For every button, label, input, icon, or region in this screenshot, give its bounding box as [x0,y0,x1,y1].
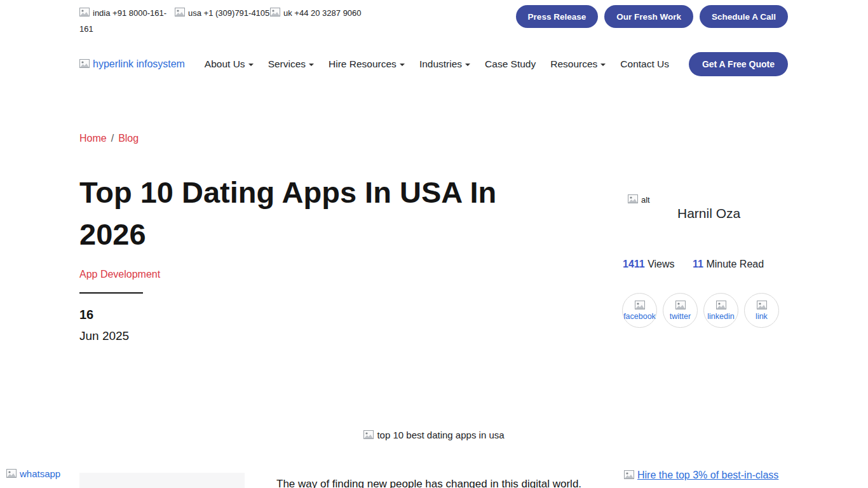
phone-number-usa: +1 (309)791-4105 [204,8,270,18]
article-intro-paragraph: The way of finding new people has change… [276,476,594,488]
category-link[interactable]: App Development [79,269,160,280]
linkedin-share-button[interactable]: linkedin [703,293,738,328]
phone-list: india +91 8000-161-161 usa +1 (309)791-4… [79,5,362,37]
broken-image-icon [270,7,280,17]
press-release-button[interactable]: Press Release [516,5,599,28]
nav-item-hire-resources[interactable]: Hire Resources [329,58,405,70]
logo-alt-text: hyperlink infosystem [93,58,185,69]
usa-flag-icon: usa [175,8,201,18]
top-contact-bar: india +91 8000-161-161 usa +1 (309)791-4… [79,5,788,37]
chevron-down-icon [309,64,314,66]
chevron-down-icon [465,64,470,66]
india-flag-icon: india [79,8,110,18]
hero-image-placeholder: top 10 best dating apps in usa [0,430,868,440]
whatsapp-share-button[interactable]: whatsapp [6,468,60,479]
breadcrumb: Home/Blog [79,133,139,144]
author-avatar-alt: alt [641,195,650,205]
whatsapp-alt: whatsapp [20,468,60,479]
facebook-share-button[interactable]: facebook [622,293,657,328]
nav-item-resources[interactable]: Resources [550,58,606,70]
phone-uk[interactable]: uk +44 20 3287 9060 [270,5,362,21]
twitter-share-button[interactable]: twitter [663,293,698,328]
copy-link-button[interactable]: link [744,293,779,328]
top-buttons: Press Release Our Fresh Work Schedule A … [516,5,788,28]
twitter-icon [675,301,686,311]
facebook-icon [635,301,645,311]
our-fresh-work-button[interactable]: Our Fresh Work [604,5,693,28]
phone-usa[interactable]: usa +1 (309)791-4105 [175,5,270,21]
broken-image-icon [175,7,185,17]
nav-item-case-study[interactable]: Case Study [485,58,536,70]
logo-link[interactable]: hyperlink infosystem [79,58,185,70]
title-divider [79,292,143,294]
views-count: 1411 [623,259,645,269]
publish-date-day: 16 [79,308,129,322]
author-name: Harnil Oza [677,206,740,221]
phone-india[interactable]: india +91 8000-161-161 [79,5,175,37]
chevron-down-icon [400,64,405,66]
breadcrumb-home-link[interactable]: Home [79,133,107,144]
link-icon [757,301,767,311]
whatsapp-icon [6,469,17,479]
breadcrumb-blog-link[interactable]: Blog [118,133,139,144]
hire-banner-link[interactable]: Hire the top 3% of best-in-class [624,470,783,481]
get-a-free-quote-button[interactable]: Get A Free Quote [689,52,788,76]
read-time-count: 11 [693,259,703,269]
chevron-down-icon [248,64,254,66]
broken-image-icon [624,470,634,480]
broken-image-icon [363,430,374,440]
nav-item-industries[interactable]: Industries [419,58,470,70]
main-navbar: hyperlink infosystem About Us Services H… [79,48,788,80]
uk-flag-icon: uk [270,8,292,18]
author-stats: 1411 Views 11 Minute Read [623,259,764,270]
author-avatar: alt [628,194,650,205]
chevron-down-icon [600,64,606,66]
nav-item-services[interactable]: Services [268,58,314,70]
linkedin-icon [716,301,726,311]
hero-image-alt: top 10 best dating apps in usa [377,430,504,440]
nav-item-about-us[interactable]: About Us [205,58,254,70]
read-time-label: Minute Read [706,259,764,269]
broken-image-icon [628,194,638,205]
publish-date-month-year: Jun 2025 [79,329,129,343]
views-label: Views [648,259,674,269]
schedule-a-call-button[interactable]: Schedule A Call [700,5,788,28]
breadcrumb-separator: / [111,133,114,144]
nav-item-contact-us[interactable]: Contact Us [620,58,669,70]
publish-date: 16 Jun 2025 [79,308,129,343]
page-title: Top 10 Dating Apps In USA In 2026 [79,172,562,255]
hire-banner-alt: Hire the top 3% of best-in-class [637,470,778,480]
table-of-contents-box [79,473,245,488]
broken-image-icon [79,7,90,17]
social-share-buttons: facebook twitter linkedin link [622,293,779,328]
broken-image-icon [79,59,90,69]
nav-menu: About Us Services Hire Resources Industr… [205,58,669,70]
blog-page: india +91 8000-161-161 usa +1 (309)791-4… [0,0,868,488]
phone-number-uk: +44 20 3287 9060 [294,8,361,18]
